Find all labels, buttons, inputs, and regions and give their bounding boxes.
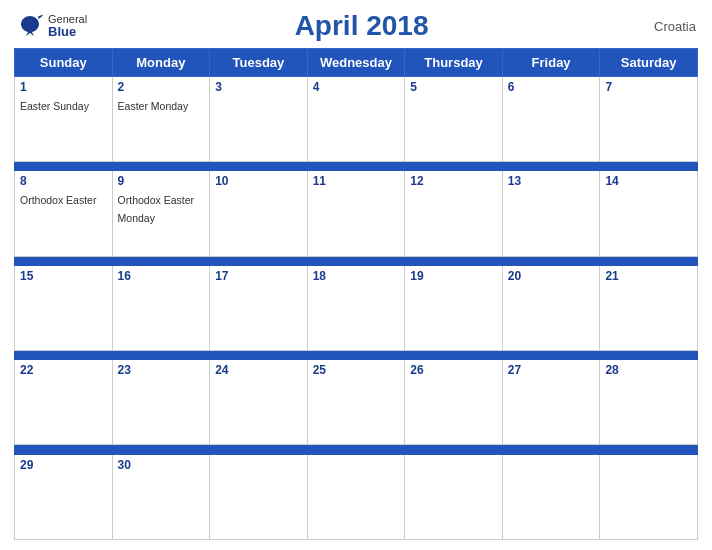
header-saturday: Saturday	[600, 49, 698, 77]
day-cell: 28	[600, 360, 698, 445]
day-cell: 12	[405, 171, 503, 256]
day-number: 2	[118, 80, 205, 94]
day-number: 26	[410, 363, 497, 377]
day-number: 13	[508, 174, 595, 188]
day-cell: 1Easter Sunday	[15, 77, 113, 162]
calendar-event: Easter Monday	[118, 100, 189, 112]
separator-cell	[600, 162, 698, 171]
separator-cell	[405, 445, 503, 454]
day-number: 27	[508, 363, 595, 377]
day-number: 23	[118, 363, 205, 377]
day-number: 16	[118, 269, 205, 283]
separator-cell	[210, 445, 308, 454]
day-cell	[210, 454, 308, 539]
day-number: 19	[410, 269, 497, 283]
separator-cell	[112, 162, 210, 171]
calendar-page: General Blue April 2018 Croatia Sunday M…	[0, 0, 712, 550]
day-cell: 21	[600, 265, 698, 350]
separator-cell	[210, 162, 308, 171]
separator-cell	[210, 350, 308, 359]
separator-cell	[210, 256, 308, 265]
separator-cell	[502, 256, 600, 265]
separator-cell	[502, 162, 600, 171]
week-row-2: 8Orthodox Easter9Orthodox Easter Monday1…	[15, 171, 698, 256]
day-number: 14	[605, 174, 692, 188]
calendar-title: April 2018	[87, 10, 636, 42]
calendar-event: Orthodox Easter Monday	[118, 194, 194, 224]
day-number: 21	[605, 269, 692, 283]
day-number: 12	[410, 174, 497, 188]
day-cell: 7	[600, 77, 698, 162]
separator-cell	[15, 445, 113, 454]
calendar-event: Easter Sunday	[20, 100, 89, 112]
separator-cell	[600, 445, 698, 454]
logo: General Blue	[16, 12, 87, 40]
day-number: 22	[20, 363, 107, 377]
separator-cell	[405, 256, 503, 265]
day-number: 4	[313, 80, 400, 94]
header-sunday: Sunday	[15, 49, 113, 77]
day-cell	[502, 454, 600, 539]
week-separator	[15, 350, 698, 359]
day-cell: 18	[307, 265, 405, 350]
separator-cell	[112, 445, 210, 454]
separator-cell	[15, 350, 113, 359]
separator-cell	[307, 445, 405, 454]
day-number: 11	[313, 174, 400, 188]
day-cell: 13	[502, 171, 600, 256]
day-cell	[307, 454, 405, 539]
week-separator	[15, 256, 698, 265]
day-number: 15	[20, 269, 107, 283]
day-cell: 5	[405, 77, 503, 162]
day-cell: 29	[15, 454, 113, 539]
day-cell: 24	[210, 360, 308, 445]
day-cell: 26	[405, 360, 503, 445]
day-number: 29	[20, 458, 107, 472]
calendar-table: Sunday Monday Tuesday Wednesday Thursday…	[14, 48, 698, 540]
header-monday: Monday	[112, 49, 210, 77]
separator-cell	[307, 162, 405, 171]
day-cell: 27	[502, 360, 600, 445]
logo-blue-label: Blue	[48, 25, 87, 39]
separator-cell	[112, 350, 210, 359]
day-cell: 9Orthodox Easter Monday	[112, 171, 210, 256]
day-number: 8	[20, 174, 107, 188]
separator-cell	[502, 350, 600, 359]
separator-cell	[405, 162, 503, 171]
day-number: 1	[20, 80, 107, 94]
day-cell: 6	[502, 77, 600, 162]
day-cell: 16	[112, 265, 210, 350]
day-number: 18	[313, 269, 400, 283]
day-number: 24	[215, 363, 302, 377]
weekday-header-row: Sunday Monday Tuesday Wednesday Thursday…	[15, 49, 698, 77]
day-cell: 3	[210, 77, 308, 162]
day-cell: 19	[405, 265, 503, 350]
day-number: 20	[508, 269, 595, 283]
week-row-1: 1Easter Sunday2Easter Monday34567	[15, 77, 698, 162]
day-number: 25	[313, 363, 400, 377]
header: General Blue April 2018 Croatia	[14, 10, 698, 42]
day-cell: 23	[112, 360, 210, 445]
week-row-3: 15161718192021	[15, 265, 698, 350]
logo-text: General Blue	[48, 13, 87, 39]
separator-cell	[15, 162, 113, 171]
header-friday: Friday	[502, 49, 600, 77]
week-separator	[15, 445, 698, 454]
header-thursday: Thursday	[405, 49, 503, 77]
day-number: 17	[215, 269, 302, 283]
header-tuesday: Tuesday	[210, 49, 308, 77]
separator-cell	[405, 350, 503, 359]
day-cell: 14	[600, 171, 698, 256]
day-cell: 20	[502, 265, 600, 350]
day-cell: 10	[210, 171, 308, 256]
day-cell: 22	[15, 360, 113, 445]
calendar-event: Orthodox Easter	[20, 194, 96, 206]
day-cell	[405, 454, 503, 539]
week-row-4: 22232425262728	[15, 360, 698, 445]
separator-cell	[112, 256, 210, 265]
day-cell: 8Orthodox Easter	[15, 171, 113, 256]
separator-cell	[15, 256, 113, 265]
country-label: Croatia	[636, 19, 696, 34]
day-cell: 25	[307, 360, 405, 445]
day-number: 3	[215, 80, 302, 94]
